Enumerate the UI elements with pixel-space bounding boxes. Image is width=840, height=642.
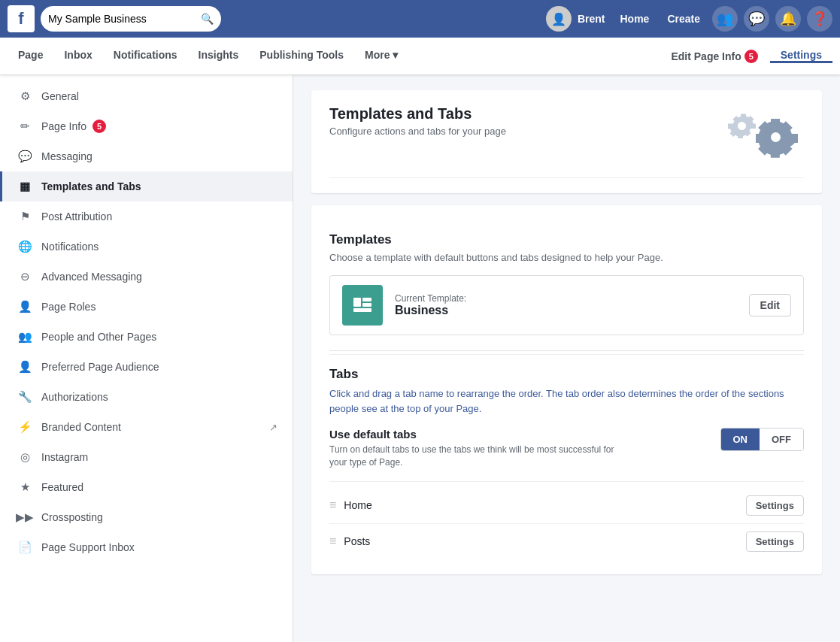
sidebar-item-crossposting[interactable]: ▶▶ Crossposting [0,502,293,532]
flag-icon: ⚑ [17,209,32,224]
instagram-icon: ◎ [17,450,32,465]
nav-create-link[interactable]: Create [661,13,706,25]
facebook-logo: f [8,5,35,32]
edit-icon: ✏ [17,119,32,134]
page-description: Configure actions and tabs for your page [329,126,506,137]
sidebar-item-branded-content[interactable]: ⚡ Branded Content ↗ [0,412,293,442]
globe-icon: 🌐 [17,239,32,254]
template-icon [342,285,383,326]
crosspost-icon: ▶▶ [17,510,32,525]
templates-desc: Choose a template with default buttons a… [329,252,804,263]
nav-right: 👤 Brent Home Create 👥 💬 🔔 ❓ [546,6,832,32]
edit-page-info-button[interactable]: Edit Page Info 5 [662,50,766,63]
toggle-off-button[interactable]: OFF [760,429,803,450]
toggle-on-button[interactable]: ON [721,429,760,450]
sidebar-item-page-info[interactable]: ✏ Page Info 5 [0,111,293,141]
use-default-text: Use default tabs Turn on default tabs to… [329,428,615,469]
template-info: Current Template: Business [395,293,749,317]
tab-posts-name: Posts [344,535,745,547]
page-nav-right: Edit Page Info 5 Settings [662,38,832,74]
drag-handle-icon: ≡ [329,498,336,512]
tab-list-row-posts: ≡ Posts Settings [329,524,804,559]
sidebar-item-authorizations[interactable]: 🔧 Authorizations [0,382,293,412]
sidebar-item-preferred-audience[interactable]: 👤 Preferred Page Audience [0,352,293,382]
people-icon: 👥 [17,329,32,344]
gear-big-icon [748,109,804,165]
page-navigation: Page Inbox Notifications Insights Publis… [0,38,840,75]
sidebar-item-post-attribution[interactable]: ⚑ Post Attribution [0,201,293,232]
tab-home-name: Home [344,499,745,511]
gear-icon: ⚙ [17,89,32,104]
person-icon: 👤 [17,299,32,314]
drag-handle-posts-icon: ≡ [329,534,336,548]
templates-section: Templates Choose a template with default… [329,220,804,335]
current-template-card: Current Template: Business Edit [329,275,804,335]
sidebar-item-advanced-messaging[interactable]: ⊖ Advanced Messaging [0,262,293,292]
nav-notifications[interactable]: Notifications [103,38,188,74]
sidebar-item-general[interactable]: ⚙ General [0,81,293,111]
search-bar[interactable]: 🔍 [41,6,221,32]
friends-icon[interactable]: 👥 [712,6,738,32]
page-title: Templates and Tabs [329,105,506,123]
tab-home-settings-button[interactable]: Settings [746,495,804,516]
notifications-bell-icon[interactable]: 🔔 [775,6,801,32]
templates-title: Templates [329,220,804,247]
content-header-text: Templates and Tabs Configure actions and… [329,105,506,137]
search-input[interactable] [48,13,201,25]
tab-list-row-home: ≡ Home Settings [329,488,804,524]
sidebar-item-page-support[interactable]: 📄 Page Support Inbox [0,532,293,562]
templates-icon: ▦ [17,179,32,194]
use-default-label: Use default tabs [329,428,615,441]
sidebar-item-instagram[interactable]: ◎ Instagram [0,442,293,472]
nav-page[interactable]: Page [8,38,53,74]
edit-page-info-badge: 5 [744,50,758,63]
main-layout: ⚙ General ✏ Page Info 5 💬 Messaging ▦ Te… [0,75,840,642]
tabs-desc: Click and drag a tab name to rearrange t… [329,386,804,416]
top-navigation: f 🔍 👤 Brent Home Create 👥 💬 🔔 ❓ [0,0,840,38]
section-divider [329,350,804,351]
avatar: 👤 [546,6,572,32]
svg-rect-0 [353,298,361,307]
content-header-card: Templates and Tabs Configure actions and… [311,90,822,193]
nav-settings[interactable]: Settings [770,49,832,63]
content-header: Templates and Tabs Configure actions and… [329,105,804,178]
sidebar-item-page-roles[interactable]: 👤 Page Roles [0,292,293,322]
use-default-desc: Turn on default tabs to use the tabs we … [329,444,615,469]
sidebar: ⚙ General ✏ Page Info 5 💬 Messaging ▦ Te… [0,75,293,642]
template-label: Current Template: [395,293,749,304]
template-edit-button[interactable]: Edit [749,294,791,316]
page-support-icon: 📄 [17,540,32,555]
audience-icon: 👤 [17,359,32,374]
sidebar-item-templates-tabs[interactable]: ▦ Templates and Tabs [0,171,293,201]
sidebar-item-messaging[interactable]: 💬 Messaging [0,141,293,171]
nav-insights[interactable]: Insights [188,38,250,74]
nav-more[interactable]: More ▾ [354,38,408,74]
tabs-title: Tabs [329,367,804,382]
main-content: Templates and Tabs Configure actions and… [293,75,840,642]
gear-decoration [729,105,804,165]
svg-rect-1 [362,298,371,301]
tab-list-divider [329,481,804,482]
wrench-icon: 🔧 [17,389,32,404]
sidebar-item-featured[interactable]: ★ Featured [0,472,293,502]
use-default-toggle[interactable]: ON OFF [720,428,805,451]
page-info-badge: 5 [92,120,106,133]
use-default-row: Use default tabs Turn on default tabs to… [329,428,804,469]
help-icon[interactable]: ❓ [807,6,832,32]
nav-publishing-tools[interactable]: Publishing Tools [249,38,354,74]
sidebar-item-notifications[interactable]: 🌐 Notifications [0,232,293,262]
sidebar-item-people-pages[interactable]: 👥 People and Other Pages [0,322,293,352]
messaging-icon: 💬 [17,149,32,164]
tab-posts-settings-button[interactable]: Settings [746,531,804,552]
templates-tabs-card: Templates Choose a template with default… [311,205,822,574]
advanced-msg-icon: ⊖ [17,269,32,284]
template-name: Business [395,304,749,317]
branded-icon: ⚡ [17,419,32,435]
tabs-section: Tabs Click and drag a tab name to rearra… [329,354,804,559]
nav-username: Brent [578,13,605,25]
messenger-icon[interactable]: 💬 [744,6,769,32]
nav-home-link[interactable]: Home [614,13,656,25]
nav-inbox[interactable]: Inbox [53,38,102,74]
svg-rect-3 [353,308,371,312]
search-icon: 🔍 [201,13,214,25]
